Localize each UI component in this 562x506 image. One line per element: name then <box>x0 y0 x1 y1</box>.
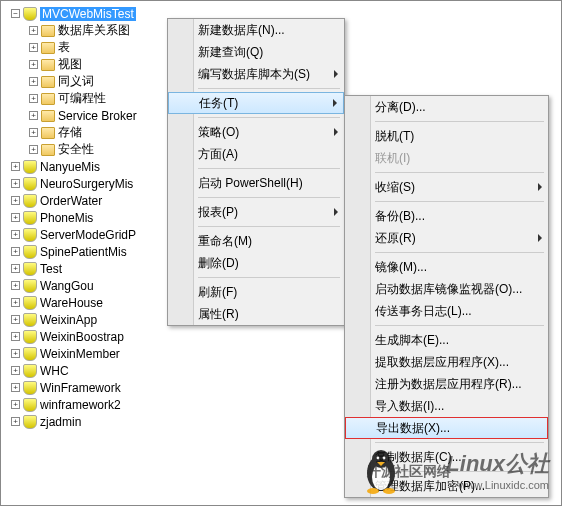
submenu-arrow-icon <box>333 99 337 107</box>
tree-node[interactable]: +数据库关系图 <box>1 22 167 39</box>
expand-icon[interactable]: + <box>11 332 20 341</box>
menu-item[interactable]: 导出数据(X)... <box>345 417 548 439</box>
expand-icon[interactable]: + <box>11 247 20 256</box>
expand-icon[interactable]: + <box>29 145 38 154</box>
menu-item[interactable]: 新建数据库(N)... <box>168 19 344 41</box>
tree-node[interactable]: +NanyueMis <box>1 158 167 175</box>
node-label: WangGou <box>40 279 94 293</box>
expand-icon[interactable]: + <box>11 162 20 171</box>
menu-item[interactable]: 属性(R) <box>168 303 344 325</box>
menu-item[interactable]: 启动 PowerShell(H) <box>168 172 344 194</box>
node-label: PhoneMis <box>40 211 93 225</box>
context-menu-database[interactable]: 新建数据库(N)...新建查询(Q)编写数据库脚本为(S)任务(T)策略(O)方… <box>167 18 345 326</box>
menu-item[interactable]: 联机(I) <box>345 147 548 169</box>
menu-separator <box>198 277 340 278</box>
tree-node[interactable]: +Service Broker <box>1 107 167 124</box>
menu-item[interactable]: 方面(A) <box>168 143 344 165</box>
menu-item[interactable]: 备份(B)... <box>345 205 548 227</box>
object-explorer-tree[interactable]: − MVCWebMisTest +数据库关系图+表+视图+同义词+可编程性+Se… <box>1 1 167 506</box>
submenu-arrow-icon <box>538 234 542 242</box>
menu-item[interactable]: 策略(O) <box>168 121 344 143</box>
tree-node-selected[interactable]: − MVCWebMisTest <box>1 5 167 22</box>
tree-node[interactable]: +可编程性 <box>1 90 167 107</box>
expand-icon[interactable]: + <box>29 26 38 35</box>
tree-node[interactable]: +存储 <box>1 124 167 141</box>
menu-item[interactable]: 传送事务日志(L)... <box>345 300 548 322</box>
expand-icon[interactable]: + <box>11 417 20 426</box>
tree-node[interactable]: +WeixinMember <box>1 345 167 362</box>
expand-icon[interactable]: + <box>11 196 20 205</box>
node-label: SpinePatientMis <box>40 245 127 259</box>
expand-icon[interactable]: + <box>11 264 20 273</box>
tree-node[interactable]: +WeixinApp <box>1 311 167 328</box>
expand-icon[interactable]: + <box>29 128 38 137</box>
menu-item[interactable]: 注册为数据层应用程序(R)... <box>345 373 548 395</box>
menu-item[interactable]: 分离(D)... <box>345 96 548 118</box>
menu-item[interactable]: 收缩(S) <box>345 176 548 198</box>
menu-item[interactable]: 任务(T) <box>168 92 344 114</box>
tree-node[interactable]: +WareHouse <box>1 294 167 311</box>
expand-icon[interactable]: + <box>11 315 20 324</box>
folder-icon <box>41 25 55 37</box>
menu-item[interactable]: 刷新(F) <box>168 281 344 303</box>
menu-item-label: 删除(D) <box>198 255 239 272</box>
expand-icon[interactable]: + <box>11 179 20 188</box>
node-label: WeixinApp <box>40 313 97 327</box>
node-label[interactable]: MVCWebMisTest <box>40 7 136 21</box>
menu-item[interactable]: 生成脚本(E)... <box>345 329 548 351</box>
expand-icon[interactable]: + <box>29 94 38 103</box>
tree-node[interactable]: +WangGou <box>1 277 167 294</box>
menu-item-label: 传送事务日志(L)... <box>375 303 472 320</box>
tree-node[interactable]: +表 <box>1 39 167 56</box>
folder-icon <box>41 59 55 71</box>
tree-node[interactable]: +WeixinBoostrap <box>1 328 167 345</box>
collapse-icon[interactable]: − <box>11 9 20 18</box>
expand-icon[interactable]: + <box>29 60 38 69</box>
expand-icon[interactable]: + <box>29 77 38 86</box>
expand-icon[interactable]: + <box>11 366 20 375</box>
menu-item-label: 新建数据库(N)... <box>198 22 285 39</box>
menu-item[interactable]: 启动数据库镜像监视器(O)... <box>345 278 548 300</box>
tree-node[interactable]: +zjadmin <box>1 413 167 430</box>
menu-item[interactable]: 脱机(T) <box>345 125 548 147</box>
tree-node[interactable]: +OrderWater <box>1 192 167 209</box>
menu-item[interactable]: 提取数据层应用程序(X)... <box>345 351 548 373</box>
tree-node[interactable]: +SpinePatientMis <box>1 243 167 260</box>
tree-node[interactable]: +Test <box>1 260 167 277</box>
menu-item[interactable]: 还原(R) <box>345 227 548 249</box>
watermark-url: www.Linuxidc.com <box>446 479 549 491</box>
tree-node[interactable]: +同义词 <box>1 73 167 90</box>
expand-icon[interactable]: + <box>29 43 38 52</box>
expand-icon[interactable]: + <box>11 383 20 392</box>
menu-item[interactable]: 重命名(M) <box>168 230 344 252</box>
expand-icon[interactable]: + <box>11 281 20 290</box>
tree-node[interactable]: +ServerModeGridP <box>1 226 167 243</box>
menu-item[interactable]: 删除(D) <box>168 252 344 274</box>
tree-node[interactable]: +安全性 <box>1 141 167 158</box>
node-label: 同义词 <box>58 73 94 90</box>
tree-node[interactable]: +WinFramework <box>1 379 167 396</box>
database-icon <box>23 262 37 276</box>
menu-separator <box>375 325 544 326</box>
tree-node[interactable]: +WHC <box>1 362 167 379</box>
menu-item-label: 新建查询(Q) <box>198 44 263 61</box>
menu-item[interactable]: 报表(P) <box>168 201 344 223</box>
menu-item[interactable]: 新建查询(Q) <box>168 41 344 63</box>
expand-icon[interactable]: + <box>11 400 20 409</box>
tree-node[interactable]: +PhoneMis <box>1 209 167 226</box>
menu-separator <box>375 201 544 202</box>
context-submenu-tasks[interactable]: 分离(D)...脱机(T)联机(I)收缩(S)备份(B)...还原(R)镜像(M… <box>344 95 549 498</box>
expand-icon[interactable]: + <box>11 298 20 307</box>
expand-icon[interactable]: + <box>29 111 38 120</box>
expand-icon[interactable]: + <box>11 213 20 222</box>
expand-icon[interactable]: + <box>11 230 20 239</box>
menu-item[interactable]: 导入数据(I)... <box>345 395 548 417</box>
tree-node[interactable]: +winframework2 <box>1 396 167 413</box>
tree-node[interactable]: +NeuroSurgeryMis <box>1 175 167 192</box>
tree-node[interactable]: +视图 <box>1 56 167 73</box>
node-label: WinFramework <box>40 381 121 395</box>
node-label: NeuroSurgeryMis <box>40 177 133 191</box>
menu-item[interactable]: 编写数据库脚本为(S) <box>168 63 344 85</box>
expand-icon[interactable]: + <box>11 349 20 358</box>
menu-item[interactable]: 镜像(M)... <box>345 256 548 278</box>
